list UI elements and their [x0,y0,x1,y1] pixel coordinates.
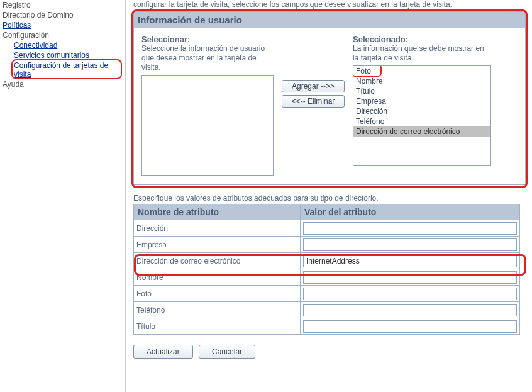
selected-listbox[interactable]: Foto Nombre Título Empresa Dirección Tel… [353,65,491,166]
attr-name: Dirección de correo electrónico [134,253,301,269]
select-heading: Seleccionar: [141,35,274,44]
selected-heading: Seleccionado: [353,35,491,44]
nav-tarjetas-visita[interactable]: Configuración de tarjetas de visita [14,61,108,79]
remove-button[interactable]: <<-- Eliminar [282,95,345,108]
list-item[interactable]: Dirección [353,106,490,116]
panel-title: Información de usuario [134,12,525,28]
available-listbox[interactable] [141,75,274,176]
attribute-table: Nombre de atributo Valor del atributo Di… [133,204,520,335]
selected-desc: La información que se debe mostrar en la… [353,44,491,63]
attr-value-input[interactable] [303,320,517,333]
list-item[interactable]: Empresa [353,96,490,106]
attr-name: Teléfono [134,302,301,318]
list-item[interactable]: Nombre [353,76,490,86]
nav-configuracion[interactable]: Configuración [3,30,123,40]
attr-name: Título [134,318,301,335]
attr-value-input[interactable] [303,304,517,316]
list-item[interactable]: Título [353,86,490,96]
table-row: Empresa [134,237,520,253]
table-row: Teléfono [134,302,520,318]
nav-conectividad[interactable]: Conectividad [14,41,57,50]
sidebar: Registro Directorio de Domino Políticas … [0,0,126,392]
attr-name: Nombre [134,269,301,286]
list-item[interactable]: Foto [353,66,490,76]
list-item[interactable]: Teléfono [353,116,490,126]
nav-politicas[interactable]: Políticas [3,21,31,30]
attr-value-input[interactable] [303,288,517,300]
select-desc: Seleccione la información de usuario que… [141,44,274,72]
attr-name: Foto [134,286,301,302]
list-item[interactable]: Dirección de correo electrónico [353,126,490,137]
nav-ayuda[interactable]: Ayuda [3,79,123,89]
table-row: Nombre [134,269,520,286]
nav-registro[interactable]: Registro [3,0,123,10]
th-name: Nombre de atributo [134,204,301,220]
add-button[interactable]: Agregar -->> [282,80,345,92]
attr-value-input[interactable] [303,222,517,235]
content-area: configurar la tarjeta de visita, selecci… [126,0,532,392]
nav-directorio[interactable]: Directorio de Domino [3,10,123,20]
attr-name: Dirección [134,220,301,237]
table-row: Dirección [134,220,520,237]
nav-servicios[interactable]: Servicios comunitarios [14,51,89,60]
cancel-button[interactable]: Cancelar [199,345,255,359]
table-row: Título [134,318,520,335]
intro-text: configurar la tarjeta de visita, selecci… [133,0,526,11]
table-row: Dirección de correo electrónico [134,253,520,269]
th-value: Valor del atributo [301,204,520,220]
user-info-panel: Información de usuario Seleccionar: Sele… [133,11,526,185]
attr-name: Empresa [134,237,301,253]
attr-value-input[interactable] [303,271,517,284]
table-row: Foto [134,286,520,302]
attr-value-input[interactable] [303,255,517,267]
spec-label: Especifique los valores de atributos ade… [133,194,526,203]
attr-value-input[interactable] [303,238,517,251]
update-button[interactable]: Actualizar [133,345,193,359]
